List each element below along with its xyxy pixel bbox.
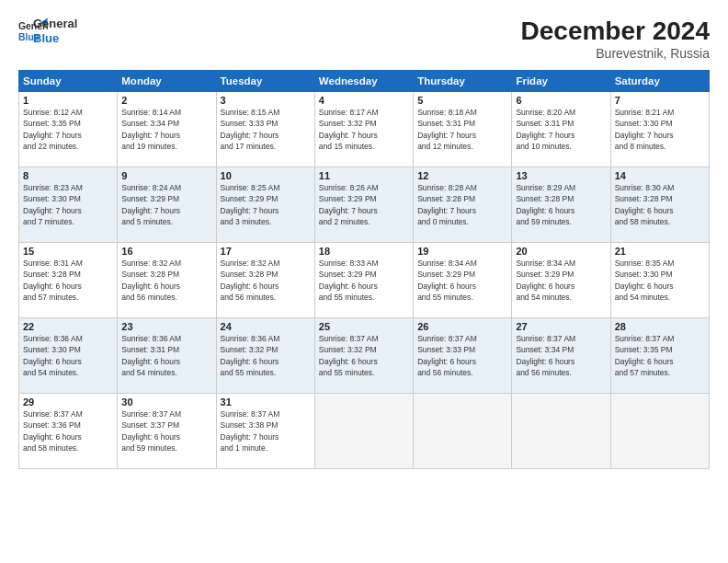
calendar-cell: 6Sunrise: 8:20 AMSunset: 3:31 PMDaylight… [512, 92, 610, 167]
day-number: 11 [319, 170, 409, 181]
calendar-cell: 19Sunrise: 8:34 AMSunset: 3:29 PMDayligh… [414, 243, 512, 318]
day-info: Sunrise: 8:30 AMSunset: 3:28 PMDaylight:… [615, 182, 705, 227]
calendar-cell: 17Sunrise: 8:32 AMSunset: 3:28 PMDayligh… [216, 243, 314, 318]
day-info: Sunrise: 8:37 AMSunset: 3:38 PMDaylight:… [221, 408, 311, 454]
calendar-cell [610, 394, 709, 469]
day-info: Sunrise: 8:23 AMSunset: 3:30 PMDaylight:… [23, 182, 113, 227]
day-info: Sunrise: 8:36 AMSunset: 3:32 PMDaylight:… [221, 333, 311, 378]
calendar-cell: 12Sunrise: 8:28 AMSunset: 3:28 PMDayligh… [414, 167, 512, 243]
calendar-cell: 14Sunrise: 8:30 AMSunset: 3:28 PMDayligh… [610, 167, 709, 243]
day-info: Sunrise: 8:12 AMSunset: 3:35 PMDaylight:… [23, 107, 113, 152]
day-info: Sunrise: 8:31 AMSunset: 3:28 PMDaylight:… [23, 258, 113, 303]
calendar-cell: 5Sunrise: 8:18 AMSunset: 3:31 PMDaylight… [414, 92, 512, 167]
calendar-cell: 18Sunrise: 8:33 AMSunset: 3:29 PMDayligh… [314, 243, 413, 318]
calendar-cell: 7Sunrise: 8:21 AMSunset: 3:30 PMDaylight… [610, 92, 709, 167]
week-row-3: 15Sunrise: 8:31 AMSunset: 3:28 PMDayligh… [19, 243, 710, 318]
weekday-saturday: Saturday [610, 71, 709, 92]
day-number: 4 [319, 95, 409, 106]
day-number: 10 [221, 170, 311, 181]
calendar-cell: 25Sunrise: 8:37 AMSunset: 3:32 PMDayligh… [314, 318, 413, 394]
calendar-cell: 23Sunrise: 8:36 AMSunset: 3:31 PMDayligh… [118, 318, 216, 394]
calendar-cell: 27Sunrise: 8:37 AMSunset: 3:34 PMDayligh… [512, 318, 610, 394]
day-info: Sunrise: 8:34 AMSunset: 3:29 PMDaylight:… [417, 258, 507, 303]
calendar-cell: 20Sunrise: 8:34 AMSunset: 3:29 PMDayligh… [512, 243, 610, 318]
day-info: Sunrise: 8:37 AMSunset: 3:34 PMDaylight:… [516, 333, 606, 378]
day-info: Sunrise: 8:24 AMSunset: 3:29 PMDaylight:… [121, 182, 211, 227]
calendar-cell: 21Sunrise: 8:35 AMSunset: 3:30 PMDayligh… [610, 243, 709, 318]
week-row-1: 1Sunrise: 8:12 AMSunset: 3:35 PMDaylight… [19, 92, 710, 167]
day-number: 27 [516, 321, 606, 332]
day-info: Sunrise: 8:37 AMSunset: 3:35 PMDaylight:… [615, 333, 705, 378]
day-number: 23 [121, 321, 211, 332]
calendar-cell: 11Sunrise: 8:26 AMSunset: 3:29 PMDayligh… [314, 167, 413, 243]
day-number: 26 [417, 321, 507, 332]
calendar-cell: 22Sunrise: 8:36 AMSunset: 3:30 PMDayligh… [19, 318, 118, 394]
day-number: 12 [417, 170, 507, 181]
calendar-cell: 9Sunrise: 8:24 AMSunset: 3:29 PMDaylight… [118, 167, 216, 243]
day-number: 25 [319, 321, 409, 332]
day-info: Sunrise: 8:25 AMSunset: 3:29 PMDaylight:… [221, 182, 311, 227]
day-number: 2 [121, 95, 211, 106]
day-number: 15 [23, 246, 113, 257]
day-number: 22 [23, 321, 113, 332]
day-number: 14 [615, 170, 705, 181]
day-number: 16 [121, 246, 211, 257]
calendar-cell: 30Sunrise: 8:37 AMSunset: 3:37 PMDayligh… [118, 394, 216, 469]
day-number: 6 [516, 95, 606, 106]
day-info: Sunrise: 8:37 AMSunset: 3:37 PMDaylight:… [121, 408, 211, 454]
weekday-monday: Monday [118, 71, 216, 92]
day-number: 1 [23, 95, 113, 106]
calendar-cell: 2Sunrise: 8:14 AMSunset: 3:34 PMDaylight… [118, 92, 216, 167]
day-info: Sunrise: 8:37 AMSunset: 3:36 PMDaylight:… [23, 408, 113, 454]
logo: General Blue General Blue [18, 17, 77, 46]
calendar-cell [512, 394, 610, 469]
day-number: 30 [121, 396, 211, 408]
day-info: Sunrise: 8:33 AMSunset: 3:29 PMDaylight:… [319, 258, 409, 303]
calendar-cell [314, 394, 413, 469]
day-number: 17 [221, 246, 311, 257]
weekday-header-row: SundayMondayTuesdayWednesdayThursdayFrid… [19, 71, 710, 92]
day-number: 13 [516, 170, 606, 181]
weekday-tuesday: Tuesday [216, 71, 314, 92]
day-number: 5 [417, 95, 507, 106]
day-number: 8 [23, 170, 113, 181]
weekday-thursday: Thursday [414, 71, 512, 92]
calendar-cell: 24Sunrise: 8:36 AMSunset: 3:32 PMDayligh… [216, 318, 314, 394]
calendar-cell: 15Sunrise: 8:31 AMSunset: 3:28 PMDayligh… [19, 243, 118, 318]
header: General Blue General Blue December 2024 … [18, 17, 710, 61]
calendar-cell: 8Sunrise: 8:23 AMSunset: 3:30 PMDaylight… [19, 167, 118, 243]
day-info: Sunrise: 8:32 AMSunset: 3:28 PMDaylight:… [221, 258, 311, 303]
day-number: 18 [319, 246, 409, 257]
day-number: 9 [121, 170, 211, 181]
week-row-2: 8Sunrise: 8:23 AMSunset: 3:30 PMDaylight… [19, 167, 710, 243]
day-info: Sunrise: 8:37 AMSunset: 3:32 PMDaylight:… [319, 333, 409, 378]
day-info: Sunrise: 8:29 AMSunset: 3:28 PMDaylight:… [516, 182, 606, 227]
title-block: December 2024 Burevestnik, Russia [521, 17, 710, 61]
calendar-cell: 1Sunrise: 8:12 AMSunset: 3:35 PMDaylight… [19, 92, 118, 167]
day-number: 7 [615, 95, 705, 106]
day-info: Sunrise: 8:15 AMSunset: 3:33 PMDaylight:… [221, 107, 311, 152]
day-number: 3 [221, 95, 311, 106]
day-info: Sunrise: 8:18 AMSunset: 3:31 PMDaylight:… [417, 107, 507, 152]
day-info: Sunrise: 8:21 AMSunset: 3:30 PMDaylight:… [615, 107, 705, 152]
location: Burevestnik, Russia [521, 46, 710, 61]
day-number: 31 [221, 396, 311, 408]
calendar-cell: 29Sunrise: 8:37 AMSunset: 3:36 PMDayligh… [19, 394, 118, 469]
day-info: Sunrise: 8:20 AMSunset: 3:31 PMDaylight:… [516, 107, 606, 152]
calendar-cell: 28Sunrise: 8:37 AMSunset: 3:35 PMDayligh… [610, 318, 709, 394]
day-info: Sunrise: 8:17 AMSunset: 3:32 PMDaylight:… [319, 107, 409, 152]
day-info: Sunrise: 8:36 AMSunset: 3:30 PMDaylight:… [23, 333, 113, 378]
calendar-cell: 16Sunrise: 8:32 AMSunset: 3:28 PMDayligh… [118, 243, 216, 318]
day-info: Sunrise: 8:35 AMSunset: 3:30 PMDaylight:… [615, 258, 705, 303]
calendar-cell: 3Sunrise: 8:15 AMSunset: 3:33 PMDaylight… [216, 92, 314, 167]
day-number: 28 [615, 321, 705, 332]
calendar-cell: 10Sunrise: 8:25 AMSunset: 3:29 PMDayligh… [216, 167, 314, 243]
calendar-cell: 13Sunrise: 8:29 AMSunset: 3:28 PMDayligh… [512, 167, 610, 243]
logo-general: General [33, 17, 77, 31]
calendar-cell: 31Sunrise: 8:37 AMSunset: 3:38 PMDayligh… [216, 394, 314, 469]
day-info: Sunrise: 8:32 AMSunset: 3:28 PMDaylight:… [121, 258, 211, 303]
day-number: 21 [615, 246, 705, 257]
calendar-cell: 26Sunrise: 8:37 AMSunset: 3:33 PMDayligh… [414, 318, 512, 394]
weekday-wednesday: Wednesday [314, 71, 413, 92]
day-number: 20 [516, 246, 606, 257]
